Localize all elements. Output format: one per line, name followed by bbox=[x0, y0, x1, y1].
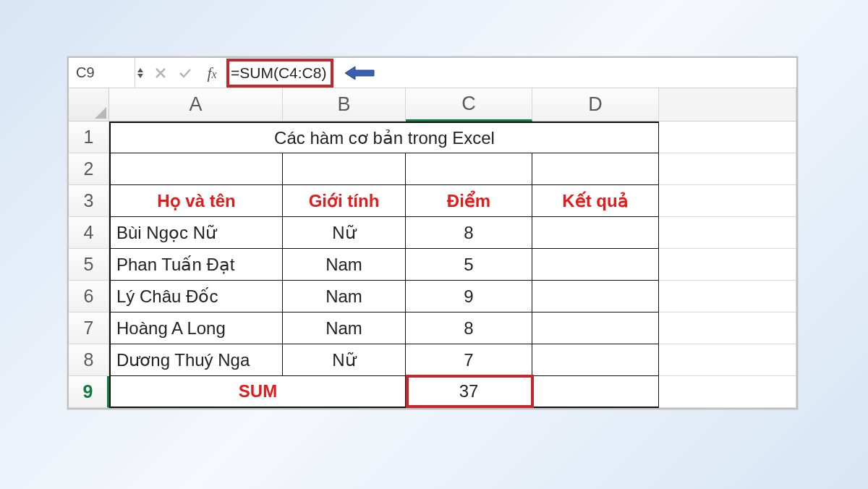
row-header-8[interactable]: 8 bbox=[69, 344, 109, 376]
cell-B2[interactable] bbox=[283, 153, 406, 185]
cell-A2[interactable] bbox=[109, 153, 283, 185]
row-header-7[interactable]: 7 bbox=[69, 312, 109, 344]
row-header-4[interactable]: 4 bbox=[69, 217, 109, 249]
row-header-1[interactable]: 1 bbox=[69, 122, 109, 153]
cell-header-score[interactable]: Điểm bbox=[406, 185, 532, 217]
cell-A6[interactable]: Lý Châu Đốc bbox=[109, 281, 283, 312]
cell-extra[interactable] bbox=[659, 153, 796, 185]
cell-extra[interactable] bbox=[659, 312, 796, 344]
cell-B5[interactable]: Nam bbox=[283, 249, 406, 281]
svg-marker-1 bbox=[137, 74, 143, 78]
insert-function-button[interactable]: fx bbox=[197, 64, 226, 82]
cell-B4[interactable]: Nữ bbox=[283, 217, 406, 249]
cell-extra[interactable] bbox=[659, 217, 796, 249]
row-header-2[interactable]: 2 bbox=[69, 153, 109, 185]
cell-C8[interactable]: 7 bbox=[406, 344, 532, 376]
svg-marker-0 bbox=[137, 68, 143, 72]
row-header-3[interactable]: 3 bbox=[69, 185, 109, 217]
cell-B7[interactable]: Nam bbox=[283, 312, 406, 344]
row-header-9[interactable]: 9 bbox=[69, 376, 109, 408]
col-header-B[interactable]: B bbox=[283, 88, 406, 122]
excel-panel: C9 fx =SUM(C4:C8) A B C D 1 Các hàm cơ b… bbox=[67, 56, 798, 409]
col-header-extra[interactable] bbox=[659, 88, 796, 122]
cell-C5[interactable]: 5 bbox=[406, 249, 532, 281]
name-box-stepper[interactable] bbox=[135, 67, 145, 79]
cell-sum-label[interactable]: SUM bbox=[109, 376, 406, 408]
col-header-D[interactable]: D bbox=[532, 88, 659, 122]
cell-header-name[interactable]: Họ và tên bbox=[109, 185, 283, 217]
cell-B8[interactable]: Nữ bbox=[283, 344, 406, 376]
cell-A5[interactable]: Phan Tuấn Đạt bbox=[109, 249, 283, 281]
annotation-arrow-icon bbox=[344, 64, 375, 82]
cell-A4[interactable]: Bùi Ngọc Nữ bbox=[109, 217, 283, 249]
cell-D5[interactable] bbox=[532, 249, 659, 281]
formula-bar: C9 fx =SUM(C4:C8) bbox=[69, 58, 796, 88]
cell-B6[interactable]: Nam bbox=[283, 281, 406, 312]
col-header-A[interactable]: A bbox=[109, 88, 283, 122]
cell-extra[interactable] bbox=[659, 185, 796, 217]
cell-extra[interactable] bbox=[659, 249, 796, 281]
cell-extra[interactable] bbox=[659, 344, 796, 376]
cell-C9-value: 37 bbox=[459, 381, 479, 401]
cell-C4[interactable]: 8 bbox=[406, 217, 532, 249]
cell-header-gender[interactable]: Giới tính bbox=[283, 185, 406, 217]
cell-C9[interactable]: 37 bbox=[406, 376, 532, 408]
accept-formula-button[interactable] bbox=[173, 67, 197, 79]
cell-D9[interactable] bbox=[532, 376, 659, 408]
cell-A8[interactable]: Dương Thuý Nga bbox=[109, 344, 283, 376]
cell-C6[interactable]: 9 bbox=[406, 281, 532, 312]
formula-input[interactable]: =SUM(C4:C8) bbox=[226, 59, 333, 88]
spreadsheet-grid: A B C D 1 Các hàm cơ bản trong Excel 2 3… bbox=[69, 88, 796, 408]
row-header-6[interactable]: 6 bbox=[69, 281, 109, 312]
svg-marker-2 bbox=[345, 67, 374, 80]
cell-C2[interactable] bbox=[406, 153, 532, 185]
cell-C7[interactable]: 8 bbox=[406, 312, 532, 344]
cell-D2[interactable] bbox=[532, 153, 659, 185]
cell-D8[interactable] bbox=[532, 344, 659, 376]
name-box[interactable]: C9 bbox=[69, 58, 135, 88]
cell-extra[interactable] bbox=[659, 122, 796, 153]
row-header-5[interactable]: 5 bbox=[69, 249, 109, 281]
select-all-corner[interactable] bbox=[69, 88, 109, 122]
cell-extra[interactable] bbox=[659, 376, 796, 408]
cancel-formula-button[interactable] bbox=[148, 67, 173, 79]
col-header-C[interactable]: C bbox=[406, 88, 532, 122]
cell-extra[interactable] bbox=[659, 281, 796, 312]
cell-D7[interactable] bbox=[532, 312, 659, 344]
cell-A7[interactable]: Hoàng A Long bbox=[109, 312, 283, 344]
cell-D4[interactable] bbox=[532, 217, 659, 249]
cell-title[interactable]: Các hàm cơ bản trong Excel bbox=[109, 122, 659, 153]
cell-header-result[interactable]: Kết quả bbox=[532, 185, 659, 217]
cell-D6[interactable] bbox=[532, 281, 659, 312]
